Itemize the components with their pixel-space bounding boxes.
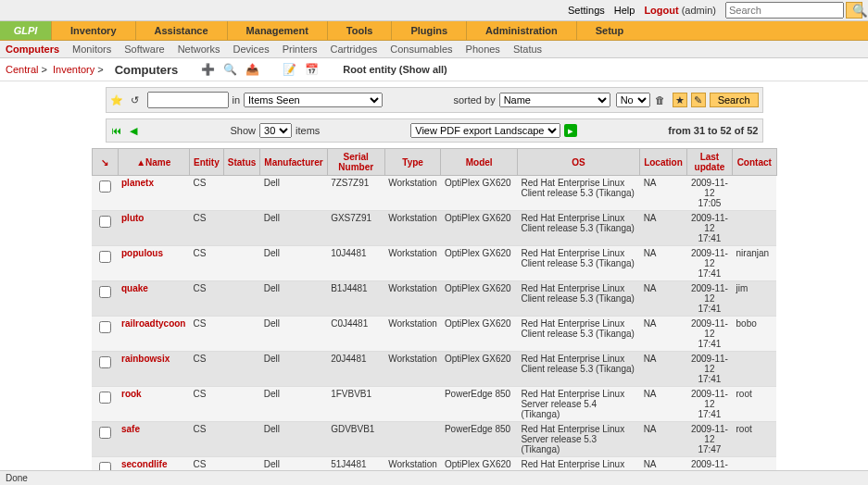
prev-page-icon[interactable]: ◀ — [127, 124, 140, 137]
filter-text-input[interactable] — [147, 92, 229, 108]
nav-management[interactable]: Management — [227, 21, 327, 40]
nav-tools[interactable]: Tools — [327, 21, 392, 40]
col-location[interactable]: Location — [640, 149, 687, 176]
help-link[interactable]: Help — [614, 5, 635, 16]
edit-search-icon[interactable]: ✎ — [691, 93, 706, 107]
col-status[interactable]: Status — [223, 149, 260, 176]
deleted-select[interactable]: No — [616, 93, 650, 107]
cell-serial: 10J4481 — [327, 246, 384, 281]
nav-assistance[interactable]: Assistance — [135, 21, 227, 40]
subnav-monitors[interactable]: Monitors — [72, 44, 111, 55]
cell-manufacturer: Dell — [260, 211, 327, 246]
cell-entity: CS — [189, 211, 223, 246]
page-size-select[interactable]: 30 — [259, 123, 292, 138]
col-os[interactable]: OS — [517, 149, 639, 176]
row-checkbox[interactable] — [99, 216, 111, 228]
subnav-networks[interactable]: Networks — [178, 44, 220, 55]
row-checkbox[interactable] — [99, 356, 111, 368]
cell-location: NA — [640, 176, 687, 211]
subnav-cartridges[interactable]: Cartridges — [331, 44, 378, 55]
col-serial[interactable]: Serial Number — [327, 149, 384, 176]
add-icon[interactable]: ➕ — [200, 62, 215, 77]
first-page-icon[interactable]: ⏮ — [110, 124, 123, 137]
cell-contact — [733, 352, 776, 387]
trash-icon[interactable]: 🗑 — [654, 93, 667, 106]
export-icon[interactable]: 📤 — [245, 62, 259, 77]
col-lastupdate[interactable]: Last update — [686, 149, 732, 176]
mass-action-header[interactable]: ↘ — [92, 149, 118, 176]
col-type[interactable]: Type — [384, 149, 441, 176]
cell-location: NA — [640, 281, 687, 317]
subnav-software[interactable]: Software — [124, 44, 164, 55]
logo[interactable]: GLPI — [0, 21, 51, 40]
computer-link[interactable]: railroadtycoon — [121, 318, 185, 329]
cell-status — [223, 246, 260, 281]
row-checkbox[interactable] — [99, 392, 111, 404]
col-model[interactable]: Model — [441, 149, 518, 176]
bookmark-icon[interactable]: ⭐ — [110, 93, 123, 106]
sort-field-select[interactable]: Name — [499, 93, 610, 107]
computer-link[interactable]: safe — [121, 424, 140, 434]
row-checkbox[interactable] — [99, 321, 111, 333]
subnav-printers[interactable]: Printers — [283, 44, 318, 55]
table-row: planetxCSDell7ZS7Z91WorkstationOptiPlex … — [92, 176, 776, 211]
cell-location: NA — [640, 387, 687, 422]
cell-contact: root — [733, 422, 776, 457]
cell-type: Workstation — [384, 317, 441, 352]
col-entity[interactable]: Entity — [189, 149, 223, 176]
root-entity[interactable]: Root entity (Show all) — [343, 64, 447, 75]
notes-icon[interactable]: 📝 — [282, 62, 296, 77]
computer-link[interactable]: rainbowsix — [121, 354, 170, 364]
nav-administration[interactable]: Administration — [466, 21, 576, 40]
global-search-input[interactable] — [725, 2, 844, 19]
subnav-status[interactable]: Status — [513, 44, 542, 55]
status-bar: Done — [0, 470, 868, 485]
save-search-icon[interactable]: ★ — [673, 93, 687, 107]
cell-os: Red Hat Enterprise Linux Client release … — [517, 246, 639, 281]
filter-field-select[interactable]: Items Seen — [244, 93, 383, 107]
search-icon[interactable]: 🔍 — [222, 62, 237, 77]
page-title: Computers — [115, 63, 179, 77]
computer-link[interactable]: planetx — [121, 178, 154, 188]
computer-link[interactable]: quake — [121, 283, 148, 293]
crumb-central[interactable]: Central — [6, 64, 38, 75]
table-row: safeCSDellGDVBVB1PowerEdge 850Red Hat En… — [92, 422, 776, 457]
cell-os: Red Hat Enterprise Linux Server release … — [517, 387, 639, 422]
cell-serial: B1J4481 — [327, 281, 384, 317]
computer-link[interactable]: rook — [121, 389, 142, 399]
reset-icon[interactable]: ↺ — [129, 93, 142, 106]
nav-plugins[interactable]: Plugins — [391, 21, 466, 40]
cell-type: Workstation — [384, 176, 441, 211]
calendar-icon[interactable]: 📅 — [304, 62, 319, 77]
cell-status — [223, 281, 260, 317]
cell-location: NA — [640, 422, 687, 457]
subnav-devices[interactable]: Devices — [233, 44, 270, 55]
computer-link[interactable]: secondlife — [121, 459, 167, 469]
search-button[interactable]: Search — [710, 93, 759, 107]
filter-bar: ⭐ ↺ in Items Seen sorted by Name No 🗑 ★ … — [106, 87, 763, 113]
computer-link[interactable]: populous — [121, 248, 163, 258]
cell-os: Red Hat Enterprise Linux Client release … — [517, 317, 639, 352]
global-search-button[interactable]: 🔍 — [846, 2, 862, 19]
nav-setup[interactable]: Setup — [576, 21, 643, 40]
cell-contact — [733, 211, 776, 246]
export-format-select[interactable]: View PDF export Landscape — [410, 123, 560, 138]
col-contact[interactable]: Contact — [733, 149, 776, 176]
row-checkbox[interactable] — [99, 180, 111, 193]
nav-inventory[interactable]: Inventory — [51, 21, 135, 40]
computer-link[interactable]: pluto — [121, 213, 144, 223]
table-row: plutoCSDellGXS7Z91WorkstationOptiPlex GX… — [92, 211, 776, 246]
page-range: from 31 to 52 of 52 — [668, 125, 758, 136]
subnav-phones[interactable]: Phones — [466, 44, 500, 55]
row-checkbox[interactable] — [99, 251, 111, 263]
logout-link[interactable]: Logout — [644, 5, 678, 16]
row-checkbox[interactable] — [99, 427, 111, 439]
subnav-consumables[interactable]: Consumables — [390, 44, 452, 55]
row-checkbox[interactable] — [99, 286, 111, 298]
col-manufacturer[interactable]: Manufacturer — [260, 149, 327, 176]
col-name[interactable]: ▲Name — [118, 149, 189, 176]
export-go-icon[interactable]: ▸ — [564, 124, 577, 137]
subnav-computers[interactable]: Computers — [6, 44, 59, 55]
settings-link[interactable]: Settings — [568, 5, 605, 16]
crumb-inventory[interactable]: Inventory — [53, 64, 94, 75]
